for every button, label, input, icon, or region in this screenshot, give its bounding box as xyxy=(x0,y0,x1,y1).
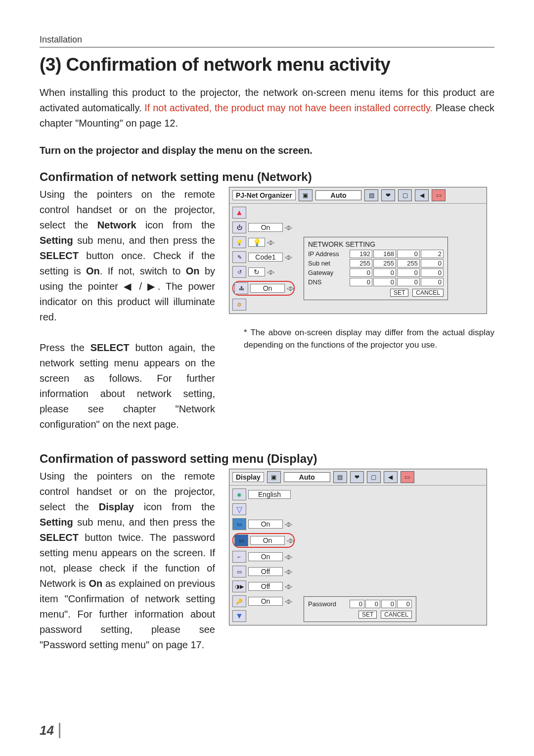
tab-icon: ❤ xyxy=(350,471,364,483)
highlighted-network-row: 🖧On◁▷ xyxy=(232,281,295,296)
tab-icon: ▤ xyxy=(333,471,347,483)
pwd-digit: 0 xyxy=(350,600,364,608)
tab-icon: ▤ xyxy=(364,189,378,201)
lr-arrow-icon: ◁▷ xyxy=(285,254,291,261)
tab-icon: ❤ xyxy=(381,189,395,201)
lr-arrow-icon: ◁▷ xyxy=(285,521,291,528)
menu-item-icon: ▭ xyxy=(232,518,246,530)
pwd-digit: 0 xyxy=(365,600,380,608)
instruction: Turn on the projector and display the me… xyxy=(40,145,494,156)
key-icon: 🔑 xyxy=(232,595,246,607)
tab-icon: ▢ xyxy=(398,189,412,201)
lr-arrow-icon: ◁▷ xyxy=(285,553,291,560)
menu-value: Code1 xyxy=(248,253,283,262)
lr-arrow-icon: ◁▷ xyxy=(285,568,291,575)
globe-icon: ◉ xyxy=(232,489,246,500)
section2-heading: Confirmation of password setting menu (D… xyxy=(40,452,494,466)
tab-icon: ▣ xyxy=(267,471,281,483)
menu-item-icon: ◑▶ xyxy=(232,580,246,592)
gateway-label: Gateway xyxy=(308,269,349,276)
menu-value: ↻ xyxy=(248,267,265,276)
lr-arrow-icon: ◁▷ xyxy=(267,239,273,246)
menu-item-icon: ⚙ xyxy=(232,299,246,311)
page-title: (3) Confirmation of network menu activit… xyxy=(40,54,494,75)
cancel-button[interactable]: CANCEL xyxy=(381,611,412,619)
menu-item-icon: ▽ xyxy=(232,503,246,515)
ip-oct: 2 xyxy=(421,250,444,258)
password-label: Password xyxy=(308,600,349,608)
cancel-button[interactable]: CANCEL xyxy=(412,289,444,297)
ip-label: IP Address xyxy=(308,250,349,258)
lamp-icon: 💡 xyxy=(232,236,246,248)
tab-icon: ▣ xyxy=(299,189,312,201)
ip-oct: 0 xyxy=(397,250,420,258)
menu-value: On xyxy=(248,520,283,529)
page-number: 14 xyxy=(40,723,60,738)
dns-label: DNS xyxy=(308,278,349,286)
menu-value: On xyxy=(248,597,283,606)
lr-arrow-icon: ◁▷ xyxy=(285,224,291,231)
menu-value: 💡 xyxy=(248,238,265,247)
network-icon: 🖧 xyxy=(234,282,248,294)
menu-value: On xyxy=(248,552,283,561)
lr-arrow-icon: ◁▷ xyxy=(285,598,291,605)
tab-icon: ▭ xyxy=(400,471,414,483)
menu-value: On xyxy=(248,223,283,232)
set-button[interactable]: SET xyxy=(358,611,377,619)
intro-paragraph: When installing this product to the proj… xyxy=(40,85,494,131)
figure-caption: * The above on-screen display may differ… xyxy=(229,327,494,351)
section2-text: Using the pointers on the remote control… xyxy=(40,469,215,653)
osd1-auto: Auto xyxy=(315,190,362,200)
set-button[interactable]: SET xyxy=(390,289,408,297)
remote-icon: ✎ xyxy=(232,251,246,263)
tab-icon: ▭ xyxy=(432,189,445,201)
osd-network-panel: PJ-Net Organizer ▣ Auto ▤ ❤ ▢ ◀ ▭ ▲ ⏻On◁… xyxy=(229,187,487,314)
tab-icon: ◀ xyxy=(415,189,429,201)
nav-down-icon: ▼ xyxy=(232,610,246,622)
password-popup: Password 0 0 0 0 SET CANCEL xyxy=(304,596,416,622)
menu-item-icon: ⏻ xyxy=(232,222,246,233)
section1-heading: Confirmation of network setting menu (Ne… xyxy=(40,170,494,184)
menu-item-icon: ↺ xyxy=(232,266,246,278)
tab-icon: ▢ xyxy=(367,471,381,483)
highlighted-display-row: ▭On◁▷ xyxy=(232,533,295,548)
section-label: Installation xyxy=(40,35,494,47)
lr-arrow-icon: ◁▷ xyxy=(267,268,273,275)
lr-arrow-icon: ◁▷ xyxy=(285,583,291,590)
network-setting-popup: NETWORK SETTING IP Address 192 168 0 2 S… xyxy=(304,237,448,300)
menu-value: Off xyxy=(248,582,283,591)
menu-item-icon: ▭ xyxy=(234,534,248,546)
pwd-digit: 0 xyxy=(381,600,396,608)
pwd-digit: 0 xyxy=(397,600,412,608)
osd1-title: PJ-Net Organizer xyxy=(232,190,296,200)
tab-icon: ◀ xyxy=(384,471,398,483)
nav-up-icon: ▲ xyxy=(232,207,246,219)
section1-text: Using the pointers on the remote control… xyxy=(40,187,215,432)
ip-oct: 192 xyxy=(350,250,372,258)
osd2-title: Display xyxy=(232,472,264,482)
osd-display-panel: Display ▣ Auto ▤ ❤ ▢ ◀ ▭ ◉English ▽ ▭On◁… xyxy=(229,469,487,625)
menu-value: Off xyxy=(248,567,283,576)
menu-item-icon: ⌐ xyxy=(232,551,246,563)
lr-arrow-icon: ◁▷ xyxy=(287,537,293,544)
language-value: English xyxy=(248,490,291,499)
subnet-label: Sub net xyxy=(308,260,349,267)
lr-arrow-icon: ◁▷ xyxy=(287,285,293,292)
menu-item-icon: ▭ xyxy=(232,566,246,578)
ip-oct: 168 xyxy=(373,250,396,258)
popup-title: NETWORK SETTING xyxy=(308,240,444,248)
menu-value: On xyxy=(250,536,285,545)
osd2-auto: Auto xyxy=(284,472,330,482)
menu-value: On xyxy=(250,284,285,293)
intro-warning: If not activated, the product may not ha… xyxy=(144,102,433,113)
